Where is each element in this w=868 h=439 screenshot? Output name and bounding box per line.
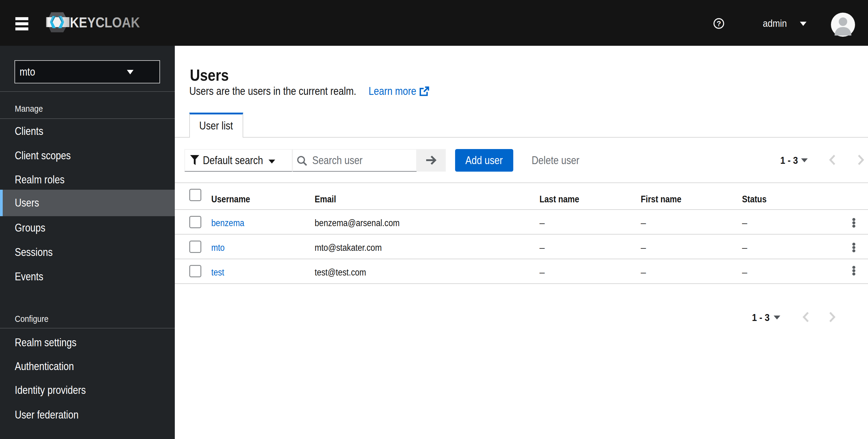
svg-text:?: ?	[717, 20, 721, 28]
svg-text:KEYCLOAK: KEYCLOAK	[70, 14, 140, 30]
